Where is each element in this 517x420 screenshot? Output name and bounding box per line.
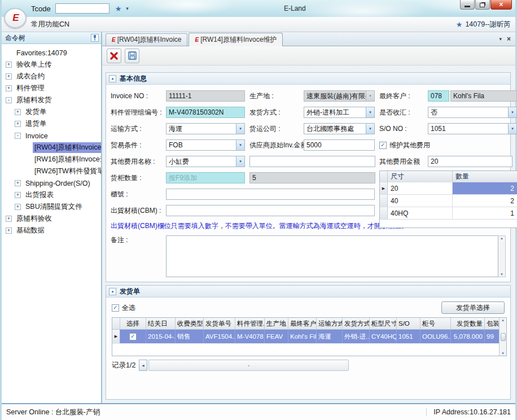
other-fee-amount-field[interactable]: 20 xyxy=(428,156,512,167)
expander-icon[interactable]: + xyxy=(6,62,12,68)
sidebar-item-so[interactable]: +Shipping-Order(S/O) xyxy=(2,177,101,189)
expander-icon[interactable]: - xyxy=(6,97,12,103)
sidebar-item-favorites[interactable]: Favorites:14079 xyxy=(2,47,101,59)
sidebar-item-invoice[interactable]: -Invoice xyxy=(2,130,101,142)
container-qty-add-field[interactable]: 按F9添加 xyxy=(166,172,245,183)
sidebar-item-material-mgmt[interactable]: +料件管理 xyxy=(2,82,101,94)
expander-icon[interactable]: - xyxy=(15,133,21,139)
col-header[interactable]: 运输方式 xyxy=(317,318,343,330)
maintain-other-fee-label: 维护其他费用 xyxy=(389,141,430,150)
tcode-input[interactable] xyxy=(55,3,109,14)
container-no-field[interactable] xyxy=(166,189,375,200)
material-group-field[interactable]: M-V4078150302N xyxy=(166,107,245,118)
col-header[interactable]: 发货数量 xyxy=(451,318,485,330)
sidebar-item-sbu-docs[interactable]: +SBU清關提貨文件 xyxy=(2,201,101,213)
collapse-icon[interactable]: ▲ xyxy=(109,288,116,295)
col-header[interactable]: 选择 xyxy=(120,318,146,330)
col-header[interactable]: 包装件 xyxy=(485,318,500,330)
size-table-row[interactable]: 40 2 xyxy=(380,195,517,207)
expander-icon[interactable]: + xyxy=(15,192,21,198)
sidebar-item-shipping-order[interactable]: +发货单 xyxy=(2,106,101,118)
sidebar-item-rw16[interactable]: [RW16]原辅料Invoce查询 xyxy=(2,154,101,165)
cancel-button[interactable] xyxy=(107,49,121,63)
checkbox-icon[interactable]: ✓ xyxy=(112,304,119,312)
home-tab[interactable]: 常用功能CN xyxy=(31,20,69,29)
remark-textarea[interactable] xyxy=(166,235,498,277)
tcode-dropdown-icon[interactable]: ▾ xyxy=(126,6,129,11)
app-logo-glyph: E xyxy=(12,12,17,24)
sidebar-item-rw26[interactable]: [RW26]TW料件發貨單提交 s... xyxy=(2,165,101,177)
size-cell[interactable]: 40 xyxy=(388,195,453,207)
other-fee-extra-field[interactable] xyxy=(249,156,375,167)
pin-icon[interactable] xyxy=(91,34,99,42)
size-cell[interactable]: 40HQ xyxy=(388,207,453,219)
final-customer-code-field[interactable]: 078 xyxy=(428,90,449,102)
maintain-other-fee[interactable]: ✓ 维护其他费用 xyxy=(379,141,430,150)
sidebar-item-return-order[interactable]: +退货单 xyxy=(2,118,101,130)
ship-method-select[interactable]: 外销-进料加工▾ xyxy=(304,107,375,118)
grid-data-row[interactable]: ▶ ✓ 2015-04-... 销售 AVF1504... M-V4078...… xyxy=(112,330,506,343)
checkbox-icon[interactable]: ✓ xyxy=(379,142,387,149)
col-header[interactable]: 生产地 xyxy=(265,318,288,330)
expander-icon[interactable]: + xyxy=(6,85,12,91)
sidebar-item-raw-material-shipping[interactable]: -原辅料发货 xyxy=(2,94,101,106)
col-header[interactable]: 结关日 xyxy=(146,318,176,330)
expander-icon[interactable]: + xyxy=(15,109,21,115)
sidebar-item-shipping-report[interactable]: +出货报表 xyxy=(2,189,101,201)
app-logo-icon[interactable]: E xyxy=(4,8,27,28)
so-no-select[interactable]: 1051▾ xyxy=(428,123,517,134)
expander-icon[interactable]: + xyxy=(15,204,21,210)
col-header[interactable]: 料件管理... xyxy=(235,318,265,330)
expander-icon xyxy=(24,145,30,151)
freight-company-select[interactable]: 台北國際事務處▾ xyxy=(304,123,375,134)
row-checkbox[interactable]: ✓ xyxy=(129,333,137,340)
forex-select[interactable]: 否▾ xyxy=(428,107,517,118)
trade-terms-select[interactable]: FOB▾ xyxy=(166,139,245,151)
tab-close-icon[interactable]: × xyxy=(507,35,511,43)
col-header[interactable]: S/O xyxy=(397,318,420,330)
sidebar-item-raw-material-receipt[interactable]: +原辅料验收 xyxy=(2,213,101,225)
qty-cell[interactable]: 2 xyxy=(453,182,517,194)
remark-scrollbar[interactable]: ▲ ▼ xyxy=(498,235,506,277)
shipping-order-select-button[interactable]: 发货单选择 xyxy=(441,301,505,314)
size-cell[interactable]: 20 xyxy=(388,182,453,194)
expander-icon[interactable]: + xyxy=(15,121,21,127)
select-all[interactable]: ✓ 全选 xyxy=(112,303,135,313)
favorite-star-icon[interactable]: ★ xyxy=(115,5,122,13)
save-button[interactable] xyxy=(125,49,139,63)
col-header[interactable]: 柜号 xyxy=(420,318,451,330)
other-fee-name-select[interactable]: 小缸费▾ xyxy=(166,156,245,167)
col-header[interactable]: 柜型尺寸 xyxy=(370,318,397,330)
tab-menu-icon[interactable]: ▾ xyxy=(499,36,502,42)
scrollbar-thumb[interactable] xyxy=(501,333,506,341)
sidebar-item-base-data[interactable]: +基础数据 xyxy=(2,225,101,237)
tab-rw04[interactable]: E [RW04]原辅料Invoice xyxy=(106,33,187,46)
size-table-row[interactable]: ▶ 20 2 xyxy=(380,182,517,195)
minimize-button[interactable] xyxy=(460,0,475,10)
collapse-icon[interactable]: ▲ xyxy=(109,75,116,82)
cbm-field[interactable] xyxy=(166,205,375,216)
tab-rw14[interactable]: E [RW14]原辅料Invoce维护 xyxy=(189,33,283,46)
expander-icon[interactable]: + xyxy=(6,228,12,234)
sidebar-item-rw04[interactable]: [RW04]原辅料Invoice xyxy=(2,142,101,154)
expander-icon[interactable]: + xyxy=(15,180,21,186)
expander-icon[interactable]: + xyxy=(6,73,12,80)
restore-button[interactable] xyxy=(475,0,490,10)
col-header[interactable]: 最终客户 xyxy=(288,318,317,330)
sidebar-item-receipt-upload[interactable]: +验收单上传 xyxy=(2,59,101,71)
scroll-left-button[interactable]: ◄ xyxy=(139,360,147,371)
col-header[interactable]: 收费类型 xyxy=(176,318,204,330)
size-table-row[interactable]: 40HQ 1 xyxy=(380,207,517,220)
sidebar-item-garment-contract[interactable]: +成衣合约 xyxy=(2,71,101,82)
grid-vertical-scrollbar[interactable]: ▲ ▼ xyxy=(499,318,506,356)
qty-cell[interactable]: 1 xyxy=(453,207,517,219)
col-header[interactable]: 发货单号 xyxy=(204,318,235,330)
expander-icon xyxy=(24,156,30,163)
grid-horizontal-scrollbar[interactable]: ▪ xyxy=(148,360,349,371)
transport-select[interactable]: 海運▾ xyxy=(166,123,245,134)
qty-cell[interactable]: 2 xyxy=(453,195,517,207)
expander-icon[interactable]: + xyxy=(6,216,12,222)
supplier-inv-field[interactable]: 5000 xyxy=(304,139,375,151)
col-header[interactable]: 发货方式 xyxy=(343,318,370,330)
close-button[interactable]: × xyxy=(490,0,512,10)
